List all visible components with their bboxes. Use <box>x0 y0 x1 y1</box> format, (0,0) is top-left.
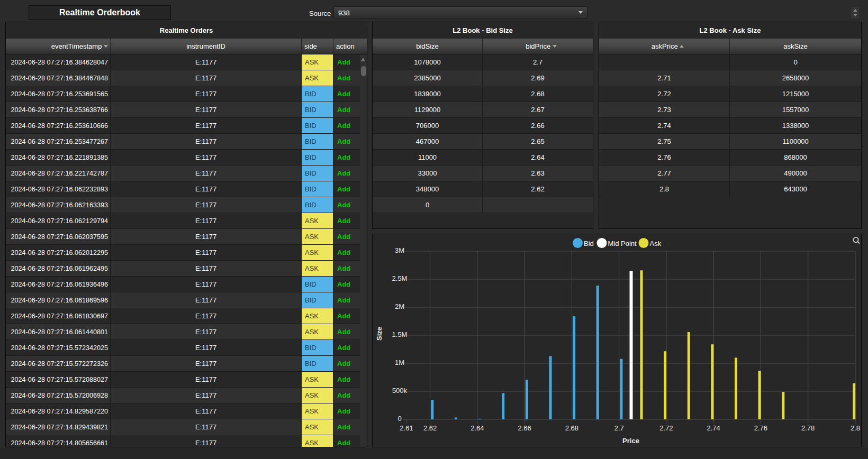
svg-text:2.64: 2.64 <box>471 424 484 432</box>
svg-text:3M: 3M <box>395 246 404 254</box>
svg-text:2.7: 2.7 <box>614 424 624 432</box>
svg-text:500k: 500k <box>392 387 408 394</box>
svg-text:Price: Price <box>622 437 639 445</box>
svg-text:2.74: 2.74 <box>707 424 720 432</box>
svg-text:2.8: 2.8 <box>851 424 860 432</box>
svg-text:2.66: 2.66 <box>518 424 531 432</box>
svg-text:1.5M: 1.5M <box>392 331 408 338</box>
svg-text:Ask: Ask <box>650 240 662 247</box>
svg-text:2.61: 2.61 <box>400 424 413 432</box>
svg-text:2.62: 2.62 <box>423 424 437 432</box>
svg-text:Size: Size <box>375 327 383 341</box>
svg-text:2M: 2M <box>395 302 404 310</box>
svg-text:2.5M: 2.5M <box>392 274 408 282</box>
svg-text:2.76: 2.76 <box>754 424 767 432</box>
svg-text:2.68: 2.68 <box>565 424 578 432</box>
svg-text:2.72: 2.72 <box>659 424 673 432</box>
svg-text:Mid Point: Mid Point <box>608 240 637 247</box>
svg-text:2.78: 2.78 <box>801 424 815 432</box>
svg-text:0: 0 <box>397 415 401 423</box>
svg-text:1M: 1M <box>395 359 404 366</box>
svg-text:Bid: Bid <box>584 240 594 247</box>
